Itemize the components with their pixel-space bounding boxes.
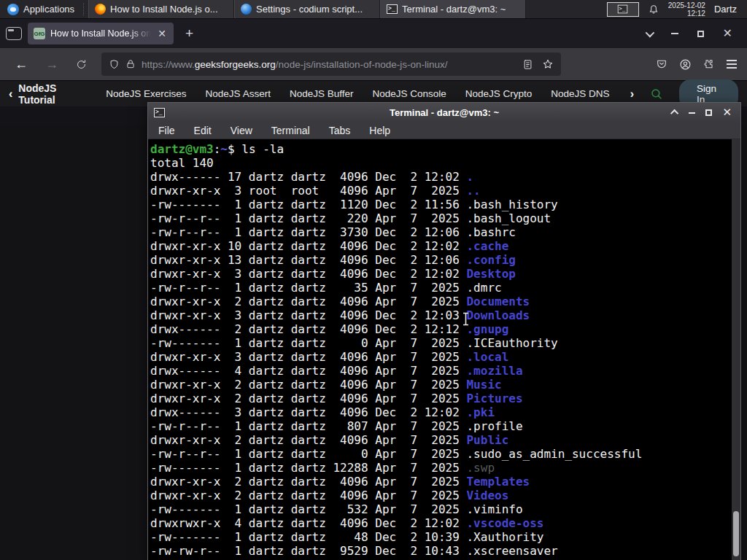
firefox-view-icon[interactable]	[6, 27, 22, 40]
notifications-bell-icon[interactable]	[648, 4, 659, 15]
terminal-titlebar[interactable]: Terminal - dartz@vm3: ~ ✕	[148, 103, 740, 122]
terminal-line: drwxr-xr-x 3 dartz dartz 4096 Apr 7 2025…	[150, 350, 740, 364]
terminal-menu-help[interactable]: Help	[369, 125, 390, 136]
bookmark-star-icon[interactable]	[542, 58, 554, 70]
terminal-line: drwxr-xr-x 3 dartz dartz 4096 Dec 2 12:0…	[150, 308, 740, 322]
site-nav-link[interactable]: NodeJS Buffer	[290, 88, 354, 99]
terminal-line: total 140	[150, 156, 740, 170]
terminal-line: -rw------- 1 dartz dartz 1120 Dec 2 11:5…	[150, 198, 740, 211]
applications-icon	[7, 4, 19, 15]
terminal-menu-tabs[interactable]: Tabs	[329, 125, 351, 136]
text-cursor	[462, 312, 470, 329]
terminal-scrollbar[interactable]	[732, 139, 740, 560]
menu-icon[interactable]	[727, 60, 737, 69]
terminal-line: drwx------ 2 dartz dartz 4096 Dec 2 12:1…	[150, 322, 740, 336]
forward-button[interactable]: →	[38, 57, 66, 72]
browser-maximize-icon[interactable]	[697, 31, 704, 37]
terminal-line: drwxr-xr-x 13 dartz dartz 4096 Dec 2 12:…	[150, 253, 740, 267]
taskbar-button[interactable]: Terminal - dartz@vm3: ~	[380, 0, 526, 18]
top-panel: Applications How to Install Node.js o...…	[0, 0, 747, 19]
panel-clock[interactable]: 2025-12-02 12:12	[668, 1, 705, 18]
back-button[interactable]: ←	[7, 57, 35, 72]
workspace-terminal-icon	[618, 5, 628, 14]
extensions-icon[interactable]	[703, 58, 715, 70]
terminal-screen[interactable]: dartz@vm3:~$ ls -latotal 140drwx------ 1…	[148, 139, 740, 560]
taskbar-button-label: How to Install Node.js o...	[110, 4, 217, 15]
terminal-line: drwx------ 17 dartz dartz 4096 Dec 2 12:…	[150, 170, 740, 184]
account-icon[interactable]	[679, 58, 692, 71]
browser-minimize-icon[interactable]	[671, 33, 678, 34]
clock-date: 2025-12-02	[668, 1, 705, 9]
gfg-favicon: GfG	[34, 28, 45, 39]
terminal-output: dartz@vm3:~$ ls -latotal 140drwx------ 1…	[148, 139, 740, 558]
reader-mode-icon[interactable]	[522, 59, 533, 70]
terminal-line: -rw------- 1 dartz dartz 48 Dec 2 10:39 …	[150, 530, 740, 544]
list-tabs-icon[interactable]	[645, 28, 654, 37]
site-nav-link[interactable]: NodeJS Crypto	[465, 88, 533, 99]
panel-separator	[83, 3, 87, 15]
browser-close-icon[interactable]: ✕	[723, 30, 732, 37]
reload-icon[interactable]	[69, 59, 94, 70]
taskbar-button[interactable]: How to Install Node.js o...	[88, 0, 234, 18]
terminal-menu-terminal[interactable]: Terminal	[271, 125, 310, 136]
applications-label: Applications	[23, 4, 74, 15]
user-menu[interactable]: Dartz	[714, 4, 740, 15]
applications-menu-button[interactable]: Applications	[0, 0, 82, 18]
terminal-close-icon[interactable]: ✕	[722, 109, 732, 116]
codium-icon	[241, 4, 252, 15]
site-nav-link[interactable]: NodeJS DNS	[551, 88, 609, 99]
terminal-line: drwxr-xr-x 3 dartz dartz 4096 Dec 2 12:0…	[150, 267, 740, 281]
tab-close-icon[interactable]: ✕	[156, 28, 168, 39]
new-tab-button[interactable]: +	[179, 26, 199, 42]
terminal-menu-edit[interactable]: Edit	[194, 125, 212, 136]
chevron-left-icon: ‹	[9, 88, 12, 101]
terminal-shade-icon[interactable]	[670, 109, 678, 117]
terminal-menu-file[interactable]: File	[158, 125, 175, 136]
terminal-line: -rw------- 1 dartz dartz 12288 Apr 7 202…	[150, 461, 740, 475]
terminal-line: drwxr-xr-x 2 dartz dartz 4096 Apr 7 2025…	[150, 433, 740, 447]
terminal-line: drwx------ 3 dartz dartz 4096 Dec 2 12:0…	[150, 405, 740, 419]
url-bar[interactable]: https://www.geeksforgeeks.org/node-js/in…	[101, 52, 561, 76]
site-nav-link[interactable]: NodeJS Assert	[206, 88, 271, 99]
workspace-switcher[interactable]	[607, 2, 639, 17]
terminal-line: -rw-r--r-- 1 dartz dartz 35 Apr 7 2025 .…	[150, 281, 740, 295]
taskbar-button-label: Settings - codium script...	[256, 4, 363, 15]
url-text[interactable]: https://www.geeksforgeeks.org/node-js/in…	[142, 59, 516, 70]
chevron-right-icon[interactable]: ›	[630, 88, 634, 101]
tracking-shield-icon[interactable]	[109, 59, 120, 70]
terminal-scrollbar-thumb[interactable]	[733, 511, 739, 556]
terminal-maximize-icon[interactable]	[705, 109, 712, 116]
terminal-line: -rw-r--r-- 1 dartz dartz 0 Apr 7 2025 .s…	[150, 447, 740, 461]
site-nav-link[interactable]: NodeJS Exercises	[106, 88, 186, 99]
terminal-line: drwxr-xr-x 2 dartz dartz 4096 Apr 7 2025…	[150, 378, 740, 392]
terminal-line: drwxr-xr-x 3 root root 4096 Apr 7 2025 .…	[150, 184, 740, 198]
site-nav-link[interactable]: NodeJS Console	[372, 88, 446, 99]
taskbar-button-label: Terminal - dartz@vm3: ~	[402, 4, 506, 15]
browser-tab-active[interactable]: GfG How to Install Node.js on ✕	[28, 23, 174, 44]
terminal-window: Terminal - dartz@vm3: ~ ✕ FileEditViewTe…	[147, 102, 741, 560]
lock-icon[interactable]	[125, 59, 136, 69]
site-search-icon[interactable]	[650, 88, 663, 101]
terminal-icon	[387, 4, 398, 14]
terminal-window-icon	[154, 108, 165, 117]
terminal-menu-view[interactable]: View	[231, 125, 252, 136]
panel-indicators: 2025-12-02 12:12 Dartz	[600, 0, 747, 18]
terminal-line: -rw-r--r-- 1 dartz dartz 3730 Dec 2 12:0…	[150, 225, 740, 239]
site-nav-primary-link[interactable]: ‹ NodeJS Tutorial	[9, 82, 90, 106]
tab-title: How to Install Node.js on	[50, 28, 151, 39]
taskbar: How to Install Node.js o...Settings - co…	[88, 0, 600, 18]
terminal-minimize-icon[interactable]	[689, 112, 695, 114]
terminal-line: drwxr-xr-x 2 dartz dartz 4096 Apr 7 2025…	[150, 489, 740, 502]
browser-toolbar: ← → ht	[0, 48, 747, 80]
terminal-line: -rw------- 1 dartz dartz 532 Apr 7 2025 …	[150, 502, 740, 516]
taskbar-button[interactable]: Settings - codium script...	[234, 0, 380, 18]
terminal-line: -rw-rw-r-- 1 dartz dartz 9529 Dec 2 10:4…	[150, 544, 740, 558]
terminal-line: drwxr-xr-x 2 dartz dartz 4096 Apr 7 2025…	[150, 295, 740, 308]
browser-tab-bar: GfG How to Install Node.js on ✕ + ✕	[0, 19, 747, 48]
terminal-window-title: Terminal - dartz@vm3: ~	[148, 107, 740, 118]
terminal-line: drwxr-xr-x 2 dartz dartz 4096 Apr 7 2025…	[150, 475, 740, 489]
terminal-line: -rw-r--r-- 1 dartz dartz 220 Apr 7 2025 …	[150, 211, 740, 225]
terminal-line: -rw-r--r-- 1 dartz dartz 807 Apr 7 2025 …	[150, 419, 740, 433]
desktop: Applications How to Install Node.js o...…	[0, 0, 747, 560]
save-to-pocket-icon[interactable]	[656, 58, 667, 70]
